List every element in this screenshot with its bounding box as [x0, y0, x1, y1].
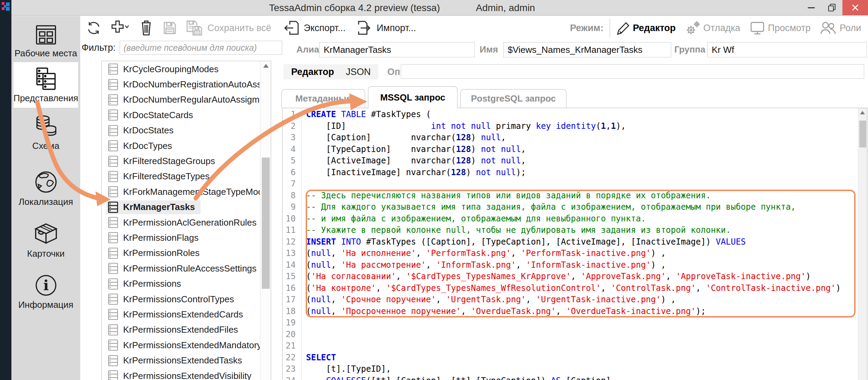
scroll-up-arrow-icon[interactable] [263, 64, 269, 68]
code-line: 13(null, 'На исполнение', 'PerformTask.p… [283, 248, 858, 259]
tree-row-label: KrPermissionsExtendedTasks [123, 355, 242, 366]
tree-row-label: KrPermissionFlags [123, 232, 198, 243]
line-number: 14 [283, 259, 301, 271]
export-button[interactable]: Экспорт... [283, 20, 345, 36]
tree-row-label: KrPermissionRuleAccessSettings [123, 263, 257, 274]
refresh-button[interactable] [86, 20, 102, 36]
tree-row[interactable]: KrPermissionsExtendedCards [102, 307, 260, 322]
close-button[interactable] [842, 0, 868, 15]
editor-tabs-group: Редактор JSON [284, 64, 378, 79]
workplaces-icon [34, 24, 58, 47]
sidebar-item-information[interactable]: i Информация [13, 267, 78, 312]
tree-row-label: KrPermissionsExtendedFiles [123, 324, 238, 335]
tree-row[interactable]: KrFilteredStageGroups [102, 153, 260, 169]
minimize-button[interactable] [802, 0, 821, 15]
tab-metadata[interactable]: Метаданные [281, 89, 365, 108]
cards-icon [33, 220, 59, 247]
tree-row-label: KrDocStateCards [123, 110, 193, 121]
schema-icon [33, 114, 59, 139]
mode-editor-label: Редактор [633, 23, 676, 34]
sidebar-item-cards[interactable]: Карточки [13, 213, 78, 260]
tree-row[interactable]: KrDocNumberRegularAutoAssigmentM [102, 92, 260, 107]
scroll-up-arrow-icon[interactable] [860, 111, 865, 114]
mode-roles-button[interactable]: Роли [820, 21, 861, 35]
group-input[interactable] [707, 42, 867, 57]
filter-input[interactable] [120, 41, 282, 55]
filter-row: Фильтр: [82, 41, 282, 55]
mode-editor-button[interactable]: Редактор [616, 21, 676, 35]
save-all-button[interactable]: Сохранить всё [185, 19, 271, 37]
sql-code-editor[interactable]: 1CREATE TABLE #TaskTypes (2 [ID] int not… [282, 108, 867, 380]
tree-row[interactable]: KrManagerTasks [102, 200, 260, 215]
view-item-icon [108, 232, 118, 244]
code-line: 23 [t].[TypeID], [283, 363, 858, 375]
name-input[interactable] [503, 42, 671, 57]
code-line: 14(null, 'На рассмотрение', 'InformTask.… [283, 259, 858, 271]
code-scrollbar-thumb[interactable] [859, 121, 866, 148]
tree-row[interactable]: KrPermissionFlags [102, 230, 260, 245]
tree-row-label: KrForkManagementStageTypeModes [123, 187, 260, 197]
export-icon [283, 20, 300, 36]
save-button[interactable] [162, 20, 178, 36]
tree-row[interactable]: KrPermissionAclGenerationRules [102, 215, 260, 230]
information-icon: i [33, 273, 59, 298]
sidebar-item-label: Информация [18, 300, 73, 310]
tree-row[interactable]: KrPermissionRoles [102, 246, 260, 261]
line-number: 19 [283, 317, 301, 329]
tree-row[interactable]: KrDocStateCards [102, 107, 260, 123]
restore-button[interactable] [822, 0, 842, 15]
tree-row[interactable]: KrPermissions [102, 276, 260, 291]
tab-json[interactable]: JSON [346, 67, 371, 77]
mode-roles-label: Роли [840, 23, 861, 34]
view-item-icon [108, 186, 118, 198]
import-icon [356, 20, 373, 36]
view-item-icon [108, 263, 118, 274]
tree-row[interactable]: KrPermissionsExtendedTasks [102, 353, 260, 368]
code-line: 12INSERT INTO #TaskTypes ([Caption], [Ty… [283, 236, 858, 248]
tab-metadata-label: Метаданные [295, 93, 351, 104]
mode-debug-label: Отладка [703, 23, 740, 34]
tab-mssql-query[interactable]: MSSQL запрос [368, 86, 458, 108]
line-number: 4 [283, 144, 301, 155]
description-input[interactable] [401, 64, 864, 79]
mode-view-button[interactable]: Просмотр [749, 21, 811, 35]
tree-row[interactable]: KrFilteredStageTypes [102, 169, 260, 184]
export-label: Экспорт... [304, 23, 345, 34]
line-number: 15 [283, 271, 301, 283]
alias-input[interactable] [319, 42, 475, 57]
code-line: 18(null, 'Просроченное поручение', 'Over… [283, 306, 858, 317]
tree-row[interactable]: KrPermissionsControlTypes [102, 292, 260, 307]
code-line: 6 [InactiveImage] nvarchar(128) not null… [283, 167, 858, 179]
tree-row[interactable]: KrDocStates [102, 123, 260, 138]
tree-row[interactable]: KrForkManagementStageTypeModes [102, 184, 260, 199]
tab-postgresql-query[interactable]: PostgreSQL запрос [460, 89, 566, 108]
code-line: 15('На согласовании', '$CardTypes_TypesN… [283, 271, 858, 283]
sidebar-item-workplaces[interactable]: Рабочие места [13, 21, 78, 61]
tree-row[interactable]: KrPermissionsExtendedVisibility [102, 368, 260, 380]
mode-debug-button[interactable]: Отладка [685, 20, 740, 36]
save-all-icon [185, 19, 204, 37]
sidebar: Рабочие места Представления Схема [11, 16, 80, 380]
sidebar-item-schema[interactable]: Схема [13, 111, 78, 153]
tree-row[interactable]: KrCycleGroupingModes [102, 61, 260, 77]
tree-row[interactable]: KrPermissionsExtendedFiles [102, 322, 260, 338]
sidebar-item-views[interactable]: Представления [13, 62, 78, 108]
tree-scrollbar-thumb[interactable] [262, 158, 270, 289]
trash-icon [138, 20, 154, 36]
localization-icon [33, 169, 59, 195]
tree-row-label: KrPermissionRoles [123, 248, 200, 258]
tree-row[interactable]: KrPermissionRuleAccessSettings [102, 261, 260, 276]
view-item-icon [108, 125, 118, 136]
tree-row[interactable]: KrDocTypes [102, 138, 260, 153]
tree-scrollbar [260, 61, 271, 380]
sidebar-item-localization[interactable]: Локализация [13, 165, 78, 209]
tree-row-label: KrPermissionsExtendedVisibility [123, 371, 251, 380]
tree-row[interactable]: KrPermissionsExtendedMandatory [102, 338, 260, 353]
view-item-icon [108, 155, 118, 167]
import-button[interactable]: Импорт... [356, 20, 416, 36]
tab-editor[interactable]: Редактор [291, 67, 334, 77]
tree-row[interactable]: KrDocNumberRegistrationAutoAssign [102, 77, 260, 92]
add-button[interactable] [109, 20, 131, 36]
delete-button[interactable] [138, 20, 154, 36]
tree-row-label: KrPermissionAclGenerationRules [123, 217, 257, 228]
